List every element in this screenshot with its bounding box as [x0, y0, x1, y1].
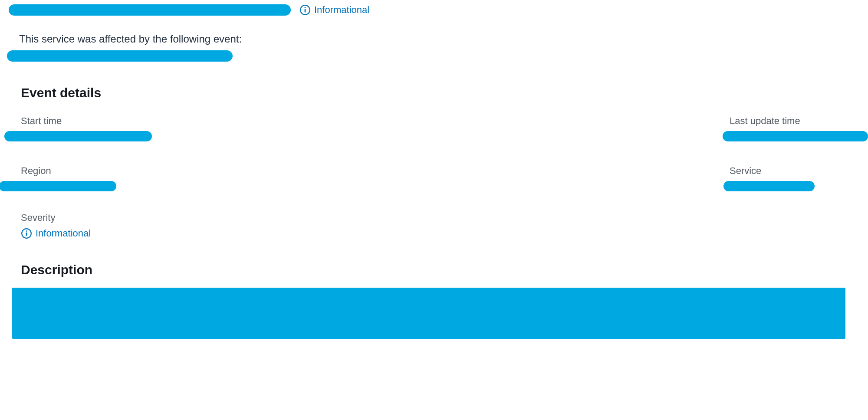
description-heading: Description: [21, 241, 868, 288]
severity-field: Severity Informational: [0, 191, 868, 241]
severity-value: Informational: [21, 228, 91, 239]
description-content-redacted: [12, 288, 845, 339]
svg-point-2: [305, 7, 306, 8]
event-details-grid: Start time Last update time Region Servi…: [0, 105, 868, 191]
event-page: Informational This service was affected …: [0, 0, 868, 339]
page-header-row: Informational: [0, 0, 868, 20]
info-icon: [299, 4, 311, 16]
service-label: Service: [730, 165, 868, 177]
start-time-field: Start time: [21, 115, 400, 141]
info-icon: [21, 228, 32, 239]
page-title-redacted: [9, 4, 291, 16]
severity-badge-label: Informational: [314, 4, 369, 16]
severity-badge-top: Informational: [299, 4, 369, 16]
start-time-label: Start time: [21, 115, 400, 127]
last-update-time-value-redacted: [723, 131, 868, 141]
service-field: Service: [426, 165, 868, 191]
svg-point-5: [26, 230, 27, 232]
severity-label: Severity: [21, 212, 868, 223]
description-section: Description: [0, 241, 868, 339]
affected-event-link-redacted[interactable]: [7, 50, 233, 62]
last-update-time-label: Last update time: [730, 115, 868, 127]
affected-event-text: This service was affected by the followi…: [0, 20, 868, 50]
region-field: Region: [21, 165, 400, 191]
severity-value-text: Informational: [36, 228, 91, 239]
start-time-value-redacted: [4, 131, 152, 141]
event-details-heading: Event details: [0, 62, 868, 105]
service-value-redacted: [723, 181, 815, 191]
last-update-time-field: Last update time: [426, 115, 868, 141]
region-label: Region: [21, 165, 400, 177]
region-value-redacted: [0, 181, 116, 191]
